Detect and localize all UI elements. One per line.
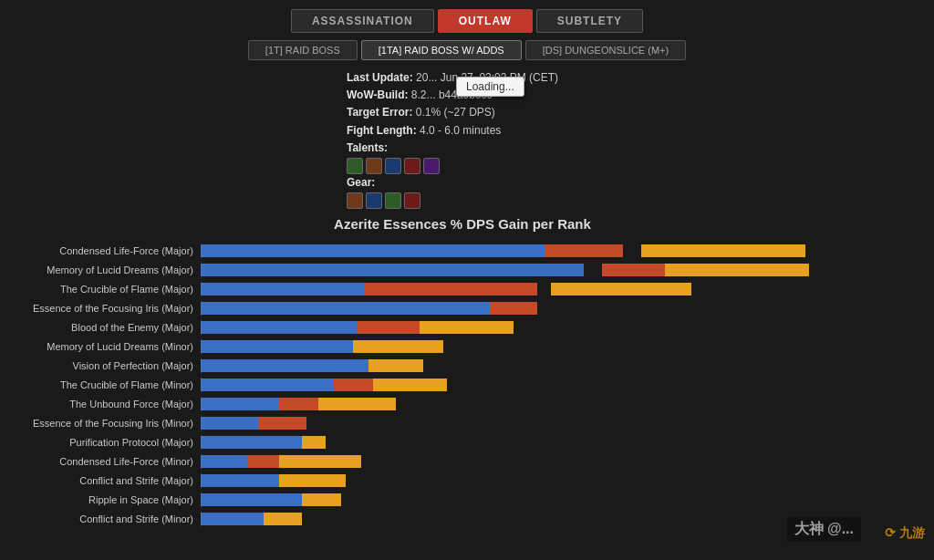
bar-bg [201,283,691,296]
watermark: 大神 @... [787,517,861,542]
chart-container: Azerite Essences % DPS Gain per Rank Con… [0,216,934,527]
bar-label: Conflict and Strife (Major) [9,475,201,486]
logo: ⟳ 九游 [885,525,925,542]
fight-tab-ds[interactable]: [DS] DUNGEONSLICE (M+) [525,40,686,60]
bar-row: Purification Protocol (Major) [9,434,916,451]
bar-row: Ripple in Space (Major) [9,492,916,508]
bar-row: Conflict and Strife (Minor) [9,511,916,527]
bar-bg [201,513,302,525]
bar-label: Memory of Lucid Dreams (Minor) [9,341,201,352]
bar-label: Vision of Perfection (Major) [9,360,201,371]
bar-bg [201,302,537,315]
fight-length-label: Fight Length: [347,124,417,137]
target-error-line: Target Error: 0.1% (~27 DPS) [347,104,495,121]
bar-label: Blood of the Enemy (Major) [9,322,201,333]
last-update-line: Last Update: 20... Jun 27, 02:02 PM (CET… [347,69,558,87]
bar-bg [201,398,396,410]
spec-tab-subtlety[interactable]: SUBTLETY [536,9,643,33]
wow-build-label: WoW-Build: [347,88,409,101]
bar-row: Condensed Life-Force (Minor) [9,453,916,470]
bar-label: Condensed Life-Force (Major) [9,245,201,256]
bar-label: Ripple in Space (Major) [9,494,201,505]
bar-label: Memory of Lucid Dreams (Major) [9,264,201,275]
bar-row: Vision of Perfection (Major) [9,358,916,374]
bar-track [201,359,916,372]
bar-label: Conflict and Strife (Minor) [9,513,201,524]
bar-bg [201,264,809,276]
spec-tab-outlaw[interactable]: OUTLAW [438,9,533,33]
bar-track [201,340,916,353]
bar-bg [201,379,447,391]
talent-icon-1 [347,158,363,174]
bar-label: Essence of the Focusing Iris (Minor) [9,418,201,429]
talents-icons [347,158,440,174]
bar-bg [201,493,341,506]
talents-label: Talents: [347,141,388,154]
chart-title: Azerite Essences % DPS Gain per Rank [9,216,916,232]
bar-bg [201,455,361,468]
bar-label: Essence of the Focusing Iris (Major) [9,303,201,314]
gear-icons [347,192,420,209]
bar-row: Condensed Life-Force (Major) [9,243,916,259]
talent-icon-4 [404,158,420,174]
bar-track [201,283,916,296]
bar-row: Essence of the Focusing Iris (Minor) [9,415,916,431]
bar-label: The Unbound Force (Major) [9,399,201,410]
bar-row: The Crucible of Flame (Minor) [9,377,916,393]
fight-length-value: 4.0 - 6.0 minutes [420,124,501,137]
info-section: Loading... Last Update: 20... Jun 27, 02… [0,69,934,209]
bar-bg [201,244,805,257]
bar-bg [201,474,346,487]
gear-icon-4 [404,192,420,209]
gear-icon-2 [366,192,382,209]
bar-row: Conflict and Strife (Major) [9,472,916,489]
bar-bg [201,436,326,449]
target-error-label: Target Error: [347,106,412,119]
bar-label: Condensed Life-Force (Minor) [9,456,201,467]
target-error-value: 0.1% (~27 DPS) [416,106,495,119]
bar-track [201,302,916,315]
bar-bg [201,359,423,372]
bar-track [201,417,916,430]
bar-label: The Crucible of Flame (Minor) [9,379,201,390]
bar-track [201,455,916,468]
bar-track [201,379,916,391]
bar-row: The Crucible of Flame (Major) [9,281,916,297]
bar-row: Memory of Lucid Dreams (Minor) [9,338,916,355]
bar-track [201,474,916,487]
bar-label: The Crucible of Flame (Major) [9,284,201,295]
gear-label: Gear: [347,176,375,189]
bar-bg [201,321,514,334]
bar-row: Blood of the Enemy (Major) [9,319,916,336]
bar-track [201,244,916,257]
bar-row: Essence of the Focusing Iris (Major) [9,300,916,316]
loading-tooltip: Loading... [456,77,524,97]
talent-icon-5 [423,158,440,174]
fight-length-line: Fight Length: 4.0 - 6.0 minutes [347,122,501,140]
spec-tabs-container: ASSASSINATION OUTLAW SUBTLETY [0,0,934,40]
bar-track [201,436,916,449]
bar-bg [201,340,443,353]
gear-line: Gear: [347,174,420,209]
talents-line: Talents: [347,140,440,174]
bar-track [201,264,916,276]
gear-icon-1 [347,192,363,209]
bar-track [201,321,916,334]
fight-tab-1t[interactable]: [1T] RAID BOSS [248,40,358,60]
talent-icon-2 [366,158,382,174]
bar-row: Memory of Lucid Dreams (Major) [9,262,916,278]
fight-tab-1ta[interactable]: [1TA] RAID BOSS W/ ADDS [361,40,522,60]
last-update-label: Last Update: [347,71,413,84]
spec-tab-assassination[interactable]: ASSASSINATION [291,9,434,33]
loading-text: Loading... [466,80,514,93]
talent-icon-3 [385,158,401,174]
gear-icon-3 [385,192,401,209]
bar-track [201,493,916,506]
bar-bg [201,417,306,430]
bar-label: Purification Protocol (Major) [9,437,201,448]
bar-row: The Unbound Force (Major) [9,396,916,412]
fight-tabs-container: [1T] RAID BOSS [1TA] RAID BOSS W/ ADDS [… [0,40,934,69]
bar-track [201,398,916,410]
chart-area: Condensed Life-Force (Major)Memory of Lu… [9,243,916,527]
